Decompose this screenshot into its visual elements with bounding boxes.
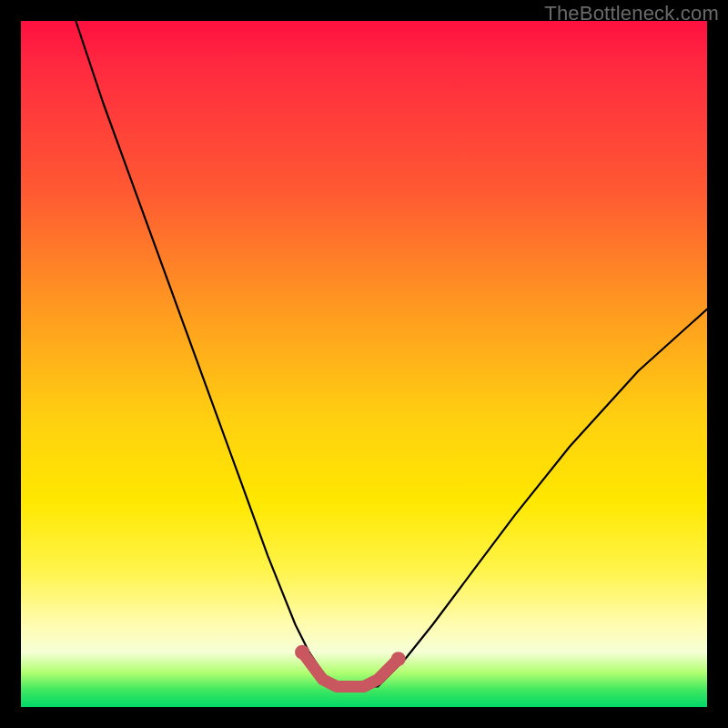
accent-end-dot — [391, 652, 406, 666]
curve-layer — [76, 21, 707, 686]
chart-svg — [21, 21, 707, 707]
accent-start-dot — [295, 645, 309, 660]
outer-frame: TheBottleneck.com — [0, 0, 728, 728]
plot-area — [21, 21, 707, 707]
bottleneck-curve — [76, 21, 707, 686]
optimal-region-highlight — [302, 652, 399, 687]
watermark-text: TheBottleneck.com — [544, 2, 719, 25]
